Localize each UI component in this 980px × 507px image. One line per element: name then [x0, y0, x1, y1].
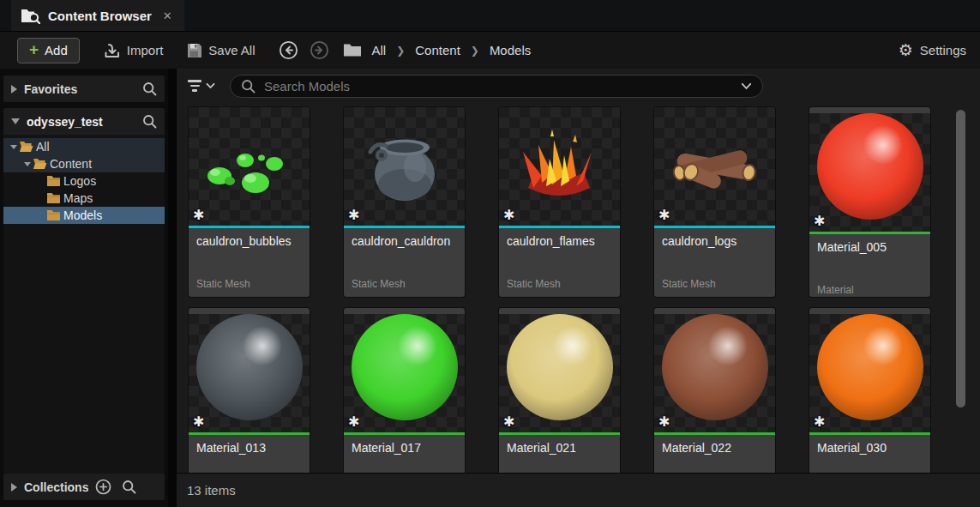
favorites-label: Favorites	[24, 82, 135, 96]
asset-name: cauldron_logs	[662, 234, 767, 248]
breadcrumb-item-models[interactable]: Models	[490, 43, 531, 57]
asset-thumbnail: ✱	[654, 107, 775, 226]
asset-thumbnail: ✱	[654, 314, 775, 432]
asset-thumbnail: ✱	[499, 314, 620, 432]
asset-tile-Material_030[interactable]: ✱Material_030Material	[809, 308, 930, 473]
asset-name: Material_030	[817, 441, 923, 455]
tab-close-icon[interactable]: ✕	[163, 9, 172, 22]
collections-header[interactable]: Collections	[3, 474, 165, 500]
search-box[interactable]	[230, 75, 763, 98]
material-sphere-preview	[662, 314, 768, 420]
asset-name: cauldron_flames	[507, 234, 612, 248]
asset-name: Material_021	[507, 441, 612, 455]
asset-tile-Material_017[interactable]: ✱Material_017Material	[344, 308, 465, 473]
toolbar: + Add Import Save All	[0, 31, 980, 69]
asset-tile-Material_022[interactable]: ✱Material_022Material	[654, 308, 775, 473]
sidebar-splitter[interactable]	[168, 69, 177, 507]
save-all-label: Save All	[208, 43, 255, 57]
content-browser-window: Content Browser ✕ + Add Import	[0, 0, 980, 507]
asset-thumbnail: ✱	[344, 107, 465, 226]
asset-tile-Material_021[interactable]: ✱Material_021Material	[499, 308, 620, 473]
asset-name: Material_005	[817, 240, 923, 254]
import-button[interactable]: Import	[103, 42, 164, 59]
tree-item-label: Maps	[63, 191, 93, 205]
breadcrumb-item-all[interactable]: All	[372, 43, 387, 57]
cauldron-mesh-preview	[344, 107, 463, 226]
tree-item-label: All	[36, 140, 50, 154]
asset-type: Material	[817, 284, 923, 296]
material-sphere-preview	[817, 113, 923, 220]
unsaved-asterisk-icon: ✱	[193, 207, 204, 223]
forward-icon[interactable]	[310, 40, 329, 60]
import-icon	[103, 42, 121, 59]
unsaved-asterisk-icon: ✱	[503, 413, 514, 430]
favorites-header[interactable]: Favorites	[3, 75, 165, 102]
folder-icon	[46, 192, 61, 204]
asset-tile-Material_013[interactable]: ✱Material_013Material	[189, 308, 310, 473]
tree-item-label: Content	[50, 157, 92, 171]
settings-label: Settings	[920, 43, 966, 57]
filter-icon	[188, 80, 201, 92]
project-sources-header[interactable]: odyssey_test	[3, 108, 165, 135]
sidebar-item-models[interactable]: Models	[3, 207, 165, 224]
logs-mesh-preview	[654, 107, 773, 226]
window-body: Favorites odyssey_test All	[0, 69, 980, 507]
asset-tile-cauldron_logs[interactable]: ✱cauldron_logsStatic Mesh	[654, 107, 775, 297]
breadcrumb-folder-icon[interactable]	[343, 43, 362, 57]
settings-button[interactable]: ⚙ Settings	[899, 42, 966, 58]
project-search-icon[interactable]	[142, 114, 157, 129]
collections-search-icon[interactable]	[122, 480, 136, 494]
breadcrumb-item-content[interactable]: Content	[415, 43, 460, 57]
filters-button[interactable]	[184, 76, 219, 95]
expander-down-icon[interactable]	[22, 162, 33, 166]
asset-tile-cauldron_cauldron[interactable]: ✱cauldron_cauldronStatic Mesh	[344, 107, 465, 297]
tab-content-browser[interactable]: Content Browser ✕	[11, 0, 184, 31]
tab-title: Content Browser	[48, 9, 152, 23]
asset-meta: Material_005Material	[809, 234, 930, 297]
material-sphere-preview	[507, 314, 613, 420]
bubbles-mesh-preview	[189, 107, 308, 226]
add-button[interactable]: + Add	[17, 38, 80, 63]
expander-right-icon	[11, 483, 17, 492]
sidebar-item-logos[interactable]: Logos	[3, 172, 165, 190]
asset-thumbnail: ✱	[499, 107, 620, 226]
sidebar-item-all[interactable]: All	[3, 138, 165, 155]
flames-mesh-preview	[499, 107, 618, 226]
add-button-label: Add	[45, 43, 68, 57]
item-count-label: 13 items	[187, 483, 236, 498]
asset-view: ✱cauldron_bubblesStatic Mesh ✱cauldron_c…	[177, 69, 980, 507]
asset-tile-Material_005[interactable]: ✱Material_005Material	[809, 107, 930, 297]
search-row	[177, 69, 980, 103]
open-folder-icon	[33, 158, 47, 170]
expander-down-icon[interactable]	[9, 145, 19, 149]
favorites-search-icon[interactable]	[142, 81, 157, 96]
unsaved-asterisk-icon: ✱	[814, 413, 825, 430]
back-icon[interactable]	[279, 40, 298, 60]
asset-tile-cauldron_bubbles[interactable]: ✱cauldron_bubblesStatic Mesh	[189, 107, 310, 297]
asset-name: Material_013	[196, 441, 302, 455]
asset-thumbnail: ✱	[344, 314, 465, 432]
vertical-scrollbar-thumb[interactable]	[956, 110, 965, 407]
expander-down-icon	[11, 118, 20, 124]
asset-meta: Material_021Material	[499, 435, 620, 473]
asset-tile-cauldron_flames[interactable]: ✱cauldron_flamesStatic Mesh	[499, 107, 620, 297]
sidebar-item-maps[interactable]: Maps	[3, 190, 165, 207]
save-all-button[interactable]: Save All	[186, 42, 255, 58]
open-folder-icon	[19, 141, 33, 153]
asset-meta: cauldron_bubblesStatic Mesh	[189, 228, 310, 297]
add-collection-icon[interactable]	[95, 479, 111, 495]
material-sphere-preview	[817, 314, 923, 420]
project-label: odyssey_test	[27, 115, 135, 129]
search-dropdown-chevron-icon[interactable]	[741, 82, 752, 90]
sidebar-item-content[interactable]: Content	[3, 155, 165, 172]
search-input[interactable]	[262, 78, 734, 94]
plus-icon: +	[29, 41, 39, 57]
material-sphere-preview	[352, 314, 458, 420]
asset-name: cauldron_bubbles	[196, 234, 302, 248]
asset-meta: cauldron_cauldronStatic Mesh	[344, 228, 465, 297]
asset-thumbnail: ✱	[809, 314, 930, 432]
asset-thumbnail: ✱	[189, 107, 310, 226]
unsaved-asterisk-icon: ✱	[658, 207, 670, 223]
unsaved-asterisk-icon: ✱	[658, 413, 670, 430]
collections-label: Collections	[24, 480, 88, 494]
